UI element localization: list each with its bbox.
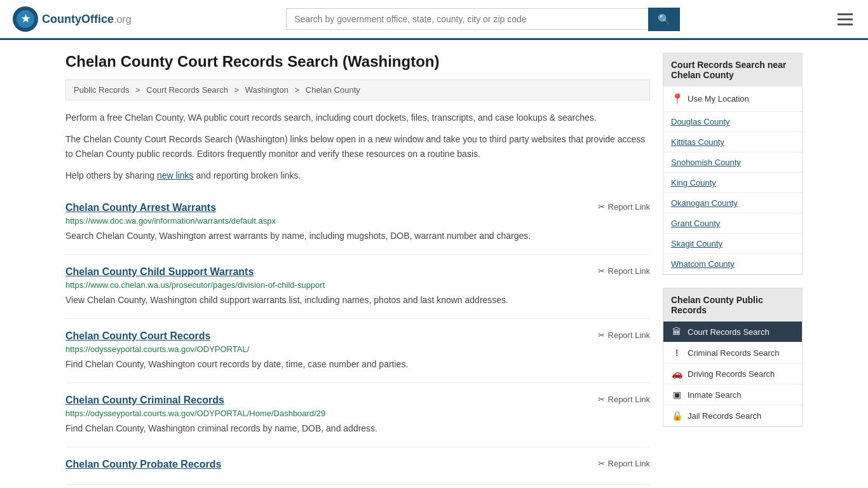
sidebar-nearby-section: Court Records Search near Chelan County … — [663, 53, 803, 275]
menu-bar-1 — [837, 13, 853, 15]
report-icon-0: ✂ — [598, 202, 605, 212]
report-icon-3: ✂ — [598, 395, 605, 404]
use-location-label: Use My Location — [688, 94, 749, 104]
result-desc-2: Find Chelan County, Washington court rec… — [65, 358, 650, 371]
breadcrumb-sep-1: > — [135, 85, 140, 95]
content-area: Chelan County Court Records Search (Wash… — [65, 53, 650, 485]
result-title-4[interactable]: Chelan County Probate Records — [65, 459, 221, 470]
svg-text:★: ★ — [21, 13, 31, 24]
report-link-btn-1[interactable]: ✂ Report Link — [598, 266, 650, 276]
result-title-0[interactable]: Chelan County Arrest Warrants — [65, 202, 216, 214]
sidebar-use-location[interactable]: 📍 Use My Location — [663, 86, 802, 112]
result-url-2[interactable]: https://odysseyportal.courts.wa.gov/ODYP… — [65, 344, 650, 354]
intro3-post: and reporting broken links. — [194, 170, 301, 180]
breadcrumb: Public Records > Court Records Search > … — [65, 79, 650, 100]
jail-records-label: Jail Records Search — [688, 411, 761, 421]
sidebar-nearby-title: Court Records Search near Chelan County — [663, 53, 802, 86]
result-url-0[interactable]: https://www.doc.wa.gov/information/warra… — [65, 216, 650, 226]
court-records-label: Court Records Search — [688, 327, 770, 337]
sidebar: Court Records Search near Chelan County … — [663, 53, 803, 485]
result-desc-3: Find Chelan County, Washington criminal … — [65, 422, 650, 435]
header: ★ CountyOffice.org 🔍 — [0, 0, 868, 40]
menu-button[interactable] — [835, 11, 855, 28]
breadcrumb-washington[interactable]: Washington — [245, 85, 288, 95]
report-link-btn-3[interactable]: ✂ Report Link — [598, 395, 650, 404]
sidebar-record-jail-records[interactable]: 🔒 Jail Records Search — [663, 405, 802, 426]
result-title-2[interactable]: Chelan County Court Records — [65, 330, 210, 342]
criminal-records-label: Criminal Records Search — [688, 348, 780, 358]
sidebar-county-link-5[interactable]: Grant County — [663, 214, 802, 234]
sidebar-county-link-4[interactable]: Okanogan County — [663, 193, 802, 214]
result-title-3[interactable]: Chelan County Criminal Records — [65, 395, 224, 406]
menu-bar-2 — [837, 18, 853, 20]
jail-records-icon: 🔒 — [671, 410, 682, 421]
report-link-btn-2[interactable]: ✂ Report Link — [598, 330, 650, 340]
result-header-4: Chelan County Probate Records ✂ Report L… — [65, 459, 650, 470]
intro-paragraph-3: Help others by sharing new links and rep… — [65, 168, 650, 182]
inmate-search-label: Inmate Search — [688, 390, 742, 400]
driving-records-label: Driving Records Search — [688, 369, 775, 379]
criminal-records-icon: ! — [671, 348, 682, 358]
result-header-2: Chelan County Court Records ✂ Report Lin… — [65, 330, 650, 342]
inmate-search-icon: ▣ — [671, 390, 682, 400]
results-list: Chelan County Arrest Warrants ✂ Report L… — [65, 191, 650, 485]
result-desc-0: Search Chelan County, Washington arrest … — [65, 229, 650, 243]
page-title: Chelan County Court Records Search (Wash… — [65, 53, 650, 71]
result-title-1[interactable]: Chelan County Child Support Warrants — [65, 266, 254, 278]
new-links-link[interactable]: new links — [157, 170, 194, 180]
location-pin-icon: 📍 — [671, 93, 684, 105]
result-item-2: Chelan County Court Records ✂ Report Lin… — [65, 319, 650, 383]
sidebar-county-link-3[interactable]: King County — [663, 173, 802, 193]
result-item-3: Chelan County Criminal Records ✂ Report … — [65, 383, 650, 447]
search-input[interactable] — [286, 8, 648, 30]
sidebar-county-link-6[interactable]: Skagit County — [663, 234, 802, 254]
report-icon-2: ✂ — [598, 330, 605, 340]
driving-records-icon: 🚗 — [671, 369, 682, 379]
logo-text: CountyOffice.org — [42, 13, 132, 26]
result-item-0: Chelan County Arrest Warrants ✂ Report L… — [65, 191, 650, 255]
sidebar-public-records-section: Chelan County Public Records 🏛 Court Rec… — [663, 288, 803, 427]
intro-paragraph-1: Perform a free Chelan County, WA public … — [65, 111, 650, 125]
search-icon: 🔍 — [658, 14, 670, 25]
logo-icon: ★ — [13, 6, 38, 32]
breadcrumb-public-records[interactable]: Public Records — [74, 85, 129, 95]
sidebar-record-court-records[interactable]: 🏛 Court Records Search — [663, 322, 802, 342]
court-records-icon: 🏛 — [671, 327, 682, 337]
search-button[interactable]: 🔍 — [648, 8, 680, 31]
sidebar-public-title: Chelan County Public Records — [663, 288, 802, 322]
sidebar-county-link-0[interactable]: Douglas County — [663, 112, 802, 132]
report-icon-4: ✂ — [598, 459, 605, 468]
sidebar-county-link-1[interactable]: Kittitas County — [663, 132, 802, 152]
sidebar-record-inmate-search[interactable]: ▣ Inmate Search — [663, 384, 802, 405]
result-header-3: Chelan County Criminal Records ✂ Report … — [65, 395, 650, 406]
result-url-3[interactable]: https://odysseyportal.courts.wa.gov/ODYP… — [65, 409, 650, 418]
breadcrumb-court-records[interactable]: Court Records Search — [146, 85, 228, 95]
report-link-btn-4[interactable]: ✂ Report Link — [598, 459, 650, 468]
result-header-1: Chelan County Child Support Warrants ✂ R… — [65, 266, 650, 278]
search-area: 🔍 — [286, 8, 680, 31]
breadcrumb-sep-3: > — [295, 85, 300, 95]
sidebar-county-link-2[interactable]: Snohomish County — [663, 152, 802, 173]
report-link-btn-0[interactable]: ✂ Report Link — [598, 202, 650, 212]
result-item-1: Chelan County Child Support Warrants ✂ R… — [65, 255, 650, 319]
result-item-4: Chelan County Probate Records ✂ Report L… — [65, 447, 650, 485]
result-url-1[interactable]: https://www.co.chelan.wa.us/prosecutor/p… — [65, 280, 650, 290]
result-header-0: Chelan County Arrest Warrants ✂ Report L… — [65, 202, 650, 214]
breadcrumb-current: Chelan County — [306, 85, 360, 95]
sidebar-county-link-7[interactable]: Whatcom County — [663, 254, 802, 274]
sidebar-record-criminal-records[interactable]: ! Criminal Records Search — [663, 342, 802, 363]
menu-bar-3 — [837, 24, 853, 25]
breadcrumb-sep-2: > — [234, 85, 240, 95]
logo-area: ★ CountyOffice.org — [13, 6, 132, 32]
intro3-pre: Help others by sharing — [65, 170, 157, 180]
sidebar-record-driving-records[interactable]: 🚗 Driving Records Search — [663, 363, 802, 384]
report-icon-1: ✂ — [598, 266, 605, 276]
result-desc-1: View Chelan County, Washington child sup… — [65, 294, 650, 307]
main-layout: Chelan County Court Records Search (Wash… — [53, 40, 815, 488]
intro-paragraph-2: The Chelan County Court Records Search (… — [65, 132, 650, 161]
